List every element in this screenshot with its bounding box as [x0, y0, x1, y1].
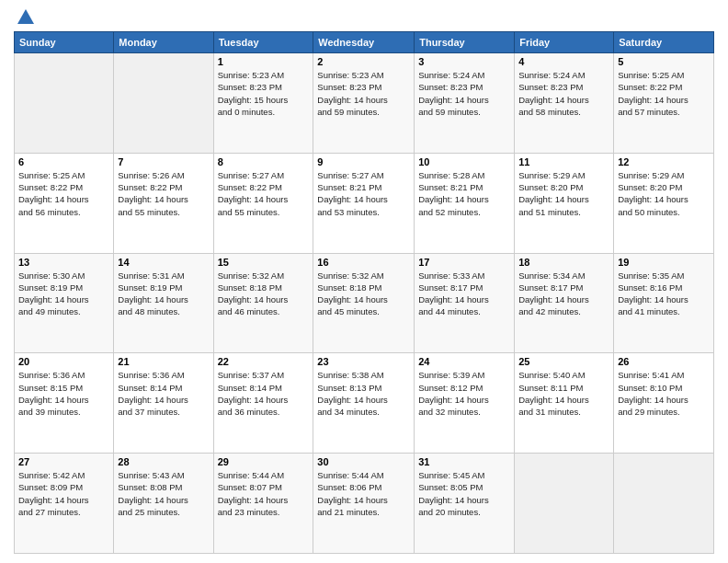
col-tuesday: Tuesday — [213, 32, 313, 53]
calendar-day-cell — [515, 454, 614, 554]
calendar-day-cell: 28Sunrise: 5:43 AM Sunset: 8:08 PM Dayli… — [114, 454, 213, 554]
day-info: Sunrise: 5:41 AM Sunset: 8:10 PM Dayligh… — [618, 369, 710, 418]
day-number: 15 — [218, 257, 310, 268]
svg-marker-0 — [17, 9, 34, 24]
calendar-day-cell: 20Sunrise: 5:36 AM Sunset: 8:15 PM Dayli… — [15, 353, 114, 454]
calendar-week-row: 1Sunrise: 5:23 AM Sunset: 8:23 PM Daylig… — [15, 53, 714, 154]
calendar-day-cell: 11Sunrise: 5:29 AM Sunset: 8:20 PM Dayli… — [515, 153, 614, 253]
calendar-day-cell: 26Sunrise: 5:41 AM Sunset: 8:10 PM Dayli… — [614, 353, 714, 454]
calendar-day-cell: 17Sunrise: 5:33 AM Sunset: 8:17 PM Dayli… — [415, 253, 515, 353]
calendar-day-cell: 10Sunrise: 5:28 AM Sunset: 8:21 PM Dayli… — [415, 153, 515, 253]
day-info: Sunrise: 5:23 AM Sunset: 8:23 PM Dayligh… — [317, 69, 410, 118]
day-number: 18 — [518, 257, 609, 268]
day-info: Sunrise: 5:24 AM Sunset: 8:23 PM Dayligh… — [518, 69, 609, 118]
calendar-day-cell: 1Sunrise: 5:23 AM Sunset: 8:23 PM Daylig… — [213, 53, 313, 154]
calendar-day-cell — [614, 454, 714, 554]
calendar-day-cell: 27Sunrise: 5:42 AM Sunset: 8:09 PM Dayli… — [15, 454, 114, 554]
calendar-day-cell: 6Sunrise: 5:25 AM Sunset: 8:22 PM Daylig… — [15, 153, 114, 253]
day-number: 2 — [317, 56, 410, 67]
day-number: 24 — [418, 356, 510, 367]
day-info: Sunrise: 5:28 AM Sunset: 8:21 PM Dayligh… — [418, 169, 510, 218]
day-number: 14 — [118, 257, 209, 268]
col-monday: Monday — [114, 32, 213, 53]
calendar-day-cell: 29Sunrise: 5:44 AM Sunset: 8:07 PM Dayli… — [213, 454, 313, 554]
calendar-week-row: 6Sunrise: 5:25 AM Sunset: 8:22 PM Daylig… — [15, 153, 714, 253]
day-info: Sunrise: 5:30 AM Sunset: 8:19 PM Dayligh… — [18, 270, 109, 318]
calendar-day-cell: 4Sunrise: 5:24 AM Sunset: 8:23 PM Daylig… — [515, 53, 614, 154]
day-number: 19 — [618, 257, 710, 268]
calendar-day-cell: 24Sunrise: 5:39 AM Sunset: 8:12 PM Dayli… — [415, 353, 515, 454]
calendar-day-cell: 16Sunrise: 5:32 AM Sunset: 8:18 PM Dayli… — [313, 253, 415, 353]
day-info: Sunrise: 5:44 AM Sunset: 8:07 PM Dayligh… — [218, 469, 310, 518]
header — [14, 9, 714, 24]
calendar-day-cell: 23Sunrise: 5:38 AM Sunset: 8:13 PM Dayli… — [313, 353, 415, 454]
day-number: 3 — [418, 56, 510, 67]
calendar-day-cell: 22Sunrise: 5:37 AM Sunset: 8:14 PM Dayli… — [213, 353, 313, 454]
calendar-day-cell: 5Sunrise: 5:25 AM Sunset: 8:22 PM Daylig… — [614, 53, 714, 154]
day-info: Sunrise: 5:39 AM Sunset: 8:12 PM Dayligh… — [418, 369, 510, 418]
day-number: 13 — [18, 257, 109, 268]
day-info: Sunrise: 5:25 AM Sunset: 8:22 PM Dayligh… — [618, 69, 710, 118]
calendar-day-cell: 19Sunrise: 5:35 AM Sunset: 8:16 PM Dayli… — [614, 253, 714, 353]
day-info: Sunrise: 5:45 AM Sunset: 8:05 PM Dayligh… — [418, 469, 510, 518]
col-saturday: Saturday — [614, 32, 714, 53]
day-info: Sunrise: 5:27 AM Sunset: 8:22 PM Dayligh… — [218, 169, 310, 218]
col-friday: Friday — [515, 32, 614, 53]
day-info: Sunrise: 5:44 AM Sunset: 8:06 PM Dayligh… — [317, 469, 410, 518]
day-number: 9 — [317, 156, 410, 167]
day-number: 8 — [218, 156, 310, 167]
day-info: Sunrise: 5:37 AM Sunset: 8:14 PM Dayligh… — [218, 369, 310, 418]
day-info: Sunrise: 5:31 AM Sunset: 8:19 PM Dayligh… — [118, 270, 209, 318]
day-info: Sunrise: 5:36 AM Sunset: 8:14 PM Dayligh… — [118, 369, 209, 418]
day-info: Sunrise: 5:35 AM Sunset: 8:16 PM Dayligh… — [618, 270, 710, 318]
day-number: 5 — [618, 56, 710, 67]
day-number: 29 — [218, 456, 310, 467]
day-number: 25 — [518, 356, 609, 367]
logo-icon — [16, 7, 36, 28]
day-info: Sunrise: 5:36 AM Sunset: 8:15 PM Dayligh… — [18, 369, 109, 418]
calendar-day-cell: 21Sunrise: 5:36 AM Sunset: 8:14 PM Dayli… — [114, 353, 213, 454]
day-info: Sunrise: 5:25 AM Sunset: 8:22 PM Dayligh… — [18, 169, 109, 218]
day-number: 6 — [18, 156, 109, 167]
calendar-day-cell: 9Sunrise: 5:27 AM Sunset: 8:21 PM Daylig… — [313, 153, 415, 253]
day-number: 21 — [118, 356, 209, 367]
col-sunday: Sunday — [15, 32, 114, 53]
col-wednesday: Wednesday — [313, 32, 415, 53]
day-info: Sunrise: 5:42 AM Sunset: 8:09 PM Dayligh… — [18, 469, 109, 518]
page: Sunday Monday Tuesday Wednesday Thursday… — [0, 0, 728, 563]
day-info: Sunrise: 5:23 AM Sunset: 8:23 PM Dayligh… — [218, 69, 310, 118]
col-thursday: Thursday — [415, 32, 515, 53]
day-number: 22 — [218, 356, 310, 367]
calendar-header-row: Sunday Monday Tuesday Wednesday Thursday… — [15, 32, 714, 53]
day-number: 27 — [18, 456, 109, 467]
day-info: Sunrise: 5:34 AM Sunset: 8:17 PM Dayligh… — [518, 270, 609, 318]
day-number: 30 — [317, 456, 410, 467]
day-number: 16 — [317, 257, 410, 268]
calendar-day-cell: 7Sunrise: 5:26 AM Sunset: 8:22 PM Daylig… — [114, 153, 213, 253]
calendar-day-cell: 30Sunrise: 5:44 AM Sunset: 8:06 PM Dayli… — [313, 454, 415, 554]
day-number: 7 — [118, 156, 209, 167]
day-info: Sunrise: 5:40 AM Sunset: 8:11 PM Dayligh… — [518, 369, 609, 418]
calendar-day-cell: 2Sunrise: 5:23 AM Sunset: 8:23 PM Daylig… — [313, 53, 415, 154]
calendar-day-cell: 15Sunrise: 5:32 AM Sunset: 8:18 PM Dayli… — [213, 253, 313, 353]
day-info: Sunrise: 5:24 AM Sunset: 8:23 PM Dayligh… — [418, 69, 510, 118]
day-info: Sunrise: 5:33 AM Sunset: 8:17 PM Dayligh… — [418, 270, 510, 318]
calendar-day-cell: 8Sunrise: 5:27 AM Sunset: 8:22 PM Daylig… — [213, 153, 313, 253]
calendar-day-cell: 12Sunrise: 5:29 AM Sunset: 8:20 PM Dayli… — [614, 153, 714, 253]
day-number: 31 — [418, 456, 510, 467]
day-number: 28 — [118, 456, 209, 467]
calendar-day-cell — [114, 53, 213, 154]
day-info: Sunrise: 5:29 AM Sunset: 8:20 PM Dayligh… — [518, 169, 609, 218]
calendar-table: Sunday Monday Tuesday Wednesday Thursday… — [14, 31, 714, 554]
calendar-day-cell: 3Sunrise: 5:24 AM Sunset: 8:23 PM Daylig… — [415, 53, 515, 154]
day-info: Sunrise: 5:43 AM Sunset: 8:08 PM Dayligh… — [118, 469, 209, 518]
calendar-day-cell: 13Sunrise: 5:30 AM Sunset: 8:19 PM Dayli… — [15, 253, 114, 353]
calendar-week-row: 13Sunrise: 5:30 AM Sunset: 8:19 PM Dayli… — [15, 253, 714, 353]
day-number: 26 — [618, 356, 710, 367]
day-number: 20 — [18, 356, 109, 367]
calendar-week-row: 27Sunrise: 5:42 AM Sunset: 8:09 PM Dayli… — [15, 454, 714, 554]
day-number: 23 — [317, 356, 410, 367]
calendar-day-cell — [15, 53, 114, 154]
day-number: 4 — [518, 56, 609, 67]
calendar-day-cell: 14Sunrise: 5:31 AM Sunset: 8:19 PM Dayli… — [114, 253, 213, 353]
